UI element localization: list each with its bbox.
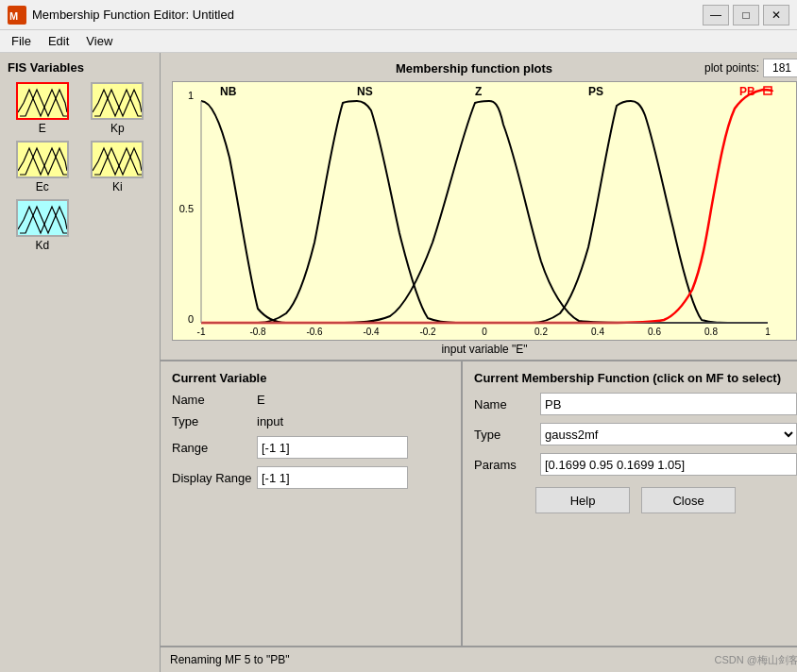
chart-header: Membership function plots plot points: bbox=[168, 59, 797, 77]
svg-text:0.4: 0.4 bbox=[591, 327, 604, 337]
status-bar: Renaming MF 5 to "PB" CSDN @梅山剑客 bbox=[161, 646, 797, 672]
cv-display-range-label: Display Range bbox=[172, 471, 257, 485]
chart-svg-container[interactable]: 1 0.5 0 -1 -0.8 -0.6 -0.4 -0.2 0 0.2 0.4… bbox=[172, 81, 797, 341]
chart-area: Membership function plots plot points: 1… bbox=[161, 53, 797, 360]
svg-text:0: 0 bbox=[482, 327, 487, 337]
main-content: FIS Variables E bbox=[0, 53, 797, 672]
plot-points-row: plot points: bbox=[704, 59, 797, 77]
svg-rect-7 bbox=[173, 82, 796, 337]
svg-text:NS: NS bbox=[357, 85, 373, 98]
cv-display-range-row: Display Range bbox=[172, 466, 449, 489]
fis-var-Ki-label: Ki bbox=[112, 180, 123, 193]
mf-name-row: Name bbox=[474, 393, 797, 415]
fis-var-Ec[interactable]: Ec bbox=[8, 141, 77, 193]
current-variable-panel: Current Variable Name E Type input Range… bbox=[161, 361, 463, 646]
current-mf-panel: Current Membership Function (click on MF… bbox=[463, 361, 797, 646]
right-panel: Membership function plots plot points: 1… bbox=[161, 53, 797, 672]
mf-type-label: Type bbox=[474, 428, 540, 442]
title-bar: M Membership Function Editor: Untitled —… bbox=[0, 0, 797, 30]
svg-text:1: 1 bbox=[765, 327, 771, 337]
title-bar-buttons: — □ ✕ bbox=[703, 5, 789, 25]
maximize-button[interactable]: □ bbox=[733, 5, 759, 25]
bottom-panels: Current Variable Name E Type input Range… bbox=[161, 360, 797, 646]
menu-bar: File Edit View bbox=[0, 30, 797, 53]
fis-var-Kd-label: Kd bbox=[35, 239, 49, 252]
fis-var-E-label: E bbox=[39, 122, 46, 135]
fis-var-Kp[interactable]: Kp bbox=[83, 82, 153, 135]
svg-text:-1: -1 bbox=[197, 327, 206, 337]
fis-var-Kd-box[interactable] bbox=[16, 199, 69, 237]
svg-text:Z: Z bbox=[475, 85, 482, 98]
current-mf-title: Current Membership Function (click on MF… bbox=[474, 371, 797, 385]
fis-var-E-box[interactable] bbox=[16, 82, 69, 120]
mf-name-label: Name bbox=[474, 397, 540, 412]
cv-type-label: Type bbox=[172, 414, 257, 428]
svg-text:0.5: 0.5 bbox=[179, 203, 194, 214]
svg-text:NB: NB bbox=[220, 85, 237, 98]
help-button[interactable]: Help bbox=[535, 487, 630, 513]
mf-params-row: Params bbox=[474, 453, 797, 476]
fis-variables-panel: FIS Variables E bbox=[0, 53, 161, 672]
fis-var-Kd[interactable]: Kd bbox=[8, 199, 77, 252]
mf-button-row: Help Close bbox=[474, 487, 797, 513]
svg-text:PS: PS bbox=[588, 85, 603, 98]
watermark: CSDN @梅山剑客 bbox=[715, 653, 797, 667]
title-bar-left: M Membership Function Editor: Untitled bbox=[8, 6, 234, 25]
chart-title: Membership function plots bbox=[244, 61, 704, 76]
fis-var-Ec-box[interactable] bbox=[16, 141, 69, 178]
menu-view[interactable]: View bbox=[78, 32, 120, 50]
fis-var-Kp-label: Kp bbox=[110, 122, 125, 135]
cv-type-value: input bbox=[257, 414, 283, 428]
svg-text:-0.6: -0.6 bbox=[306, 327, 323, 337]
fis-var-E[interactable]: E bbox=[8, 82, 77, 135]
svg-text:-0.4: -0.4 bbox=[363, 327, 380, 337]
cv-name-label: Name bbox=[172, 393, 257, 407]
cv-name-row: Name E bbox=[172, 393, 449, 407]
cv-name-value: E bbox=[257, 393, 265, 407]
fis-var-Ec-label: Ec bbox=[36, 180, 49, 193]
menu-file[interactable]: File bbox=[4, 32, 39, 50]
mf-params-input[interactable] bbox=[540, 453, 797, 476]
fis-panel-title: FIS Variables bbox=[8, 60, 152, 75]
status-message: Renaming MF 5 to "PB" bbox=[170, 653, 290, 666]
svg-text:M: M bbox=[9, 10, 18, 22]
current-variable-title: Current Variable bbox=[172, 371, 449, 385]
plot-points-input[interactable] bbox=[763, 59, 797, 77]
mf-type-row: Type gauss2mf gaussmf trimf trapmf gbell… bbox=[474, 423, 797, 445]
membership-chart: 1 0.5 0 -1 -0.8 -0.6 -0.4 -0.2 0 0.2 0.4… bbox=[173, 82, 796, 337]
svg-text:0.2: 0.2 bbox=[534, 327, 548, 337]
close-button[interactable]: ✕ bbox=[763, 5, 789, 25]
menu-edit[interactable]: Edit bbox=[41, 32, 76, 50]
fis-var-Ki-box[interactable] bbox=[91, 141, 144, 178]
fis-var-Ki[interactable]: Ki bbox=[83, 141, 153, 193]
svg-text:1: 1 bbox=[188, 90, 194, 101]
matlab-icon: M bbox=[8, 6, 26, 25]
cv-display-range-input[interactable] bbox=[257, 466, 408, 489]
chart-x-axis-label: input variable "E" bbox=[168, 343, 797, 356]
cv-range-label: Range bbox=[172, 441, 257, 455]
cv-range-input[interactable] bbox=[257, 436, 408, 459]
svg-text:-0.2: -0.2 bbox=[419, 327, 436, 337]
mf-name-input[interactable] bbox=[540, 393, 797, 415]
svg-text:-0.8: -0.8 bbox=[249, 327, 266, 337]
fis-variables-grid: E Kp bbox=[8, 82, 152, 252]
svg-text:0.8: 0.8 bbox=[704, 327, 718, 337]
plot-points-label: plot points: bbox=[704, 61, 759, 75]
window-title: Membership Function Editor: Untitled bbox=[32, 8, 234, 22]
minimize-button[interactable]: — bbox=[703, 5, 729, 25]
cv-range-row: Range bbox=[172, 436, 449, 459]
svg-text:0.6: 0.6 bbox=[648, 327, 661, 337]
fis-var-Kp-box[interactable] bbox=[91, 82, 144, 120]
mf-params-label: Params bbox=[474, 458, 540, 472]
mf-type-select[interactable]: gauss2mf gaussmf trimf trapmf gbellmf si… bbox=[540, 423, 797, 445]
close-button[interactable]: Close bbox=[641, 487, 736, 513]
cv-type-row: Type input bbox=[172, 414, 449, 428]
svg-text:0: 0 bbox=[188, 313, 194, 325]
